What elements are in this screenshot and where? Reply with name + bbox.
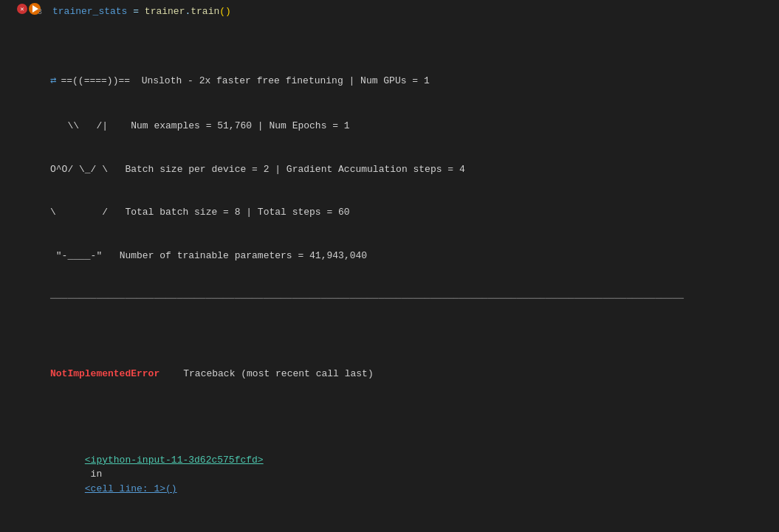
code-line: trainer_stats = trainer.train(): [52, 4, 773, 20]
error-type: NotImplementedError: [50, 367, 159, 381]
func-call: trainer: [145, 4, 185, 20]
unsloth-line-2: O^O/ \_/ \ Batch size per device = 2 | G…: [50, 162, 773, 177]
exec-count: 3: [38, 8, 42, 16]
unsloth-line-1: \\ /| Num examples = 51,760 | Num Epochs…: [50, 119, 773, 134]
ipython-input-link[interactable]: <ipython-input-11-3d62c575fcfd>: [85, 455, 264, 466]
output-area: ⇄ ==((====))== Unsloth - 2x faster free …: [44, 24, 779, 532]
unsloth-line-4: "-____-" Number of trainable parameters …: [50, 249, 773, 263]
cell-line-link[interactable]: <cell line: 1>(): [85, 483, 177, 494]
unsloth-line-3: \ / Total batch size = 8 | Total steps =…: [50, 205, 773, 220]
notebook-cell: ✕ 3 trainer_stats = trainer.train() ⇄ ==…: [0, 0, 779, 532]
cell-header: ✕ 3 trainer_stats = trainer.train(): [0, 0, 779, 24]
unsloth-line-0: ==((====))== Unsloth - 2x faster free fi…: [61, 74, 429, 89]
error-header-row: NotImplementedError Traceback (most rece…: [50, 367, 773, 381]
var-name: trainer_stats: [52, 4, 127, 20]
input-link-line: <ipython-input-11-3d62c575fcfd> in <cell…: [50, 438, 773, 511]
cell-content: trainer_stats = trainer.train(): [47, 3, 779, 21]
traceback-header: Traceback (most recent call last): [183, 367, 373, 381]
cell-gutter: ✕ 3: [2, 3, 47, 15]
error-icon[interactable]: ✕: [17, 4, 27, 14]
separator1: ────────────────────────────────────────…: [50, 291, 773, 306]
swap-icon: ⇄: [50, 73, 56, 89]
method-name: train: [191, 4, 219, 20]
